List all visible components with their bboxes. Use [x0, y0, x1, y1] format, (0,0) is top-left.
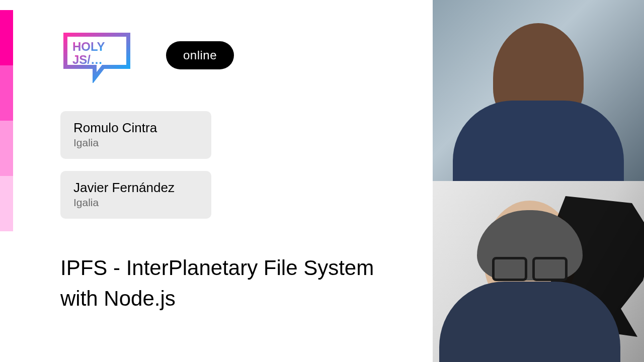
speaker-card: Javier Fernández Igalia — [60, 171, 211, 219]
speaker-photo-2 — [433, 181, 644, 362]
slide: HOLY JS/… online Romulo Cintra Igalia Ja… — [0, 0, 644, 362]
accent-stripe — [0, 176, 13, 231]
speaker-photo-1 — [433, 0, 644, 181]
speaker-name: Romulo Cintra — [73, 120, 198, 136]
accent-stripe — [0, 10, 13, 65]
holyjs-logo: HOLY JS/… — [60, 28, 136, 83]
logo-text-2: JS/… — [72, 53, 103, 66]
online-badge: online — [166, 41, 234, 69]
talk-title: IPFS - InterPlanetary File System with N… — [60, 253, 382, 314]
speaker-card: Romulo Cintra Igalia — [60, 111, 211, 159]
speaker-org: Igalia — [73, 137, 198, 149]
glasses-icon — [492, 257, 568, 277]
accent-bar — [0, 10, 13, 231]
speaker-photos — [433, 0, 644, 362]
header-row: HOLY JS/… online — [60, 28, 403, 83]
accent-stripe — [0, 121, 13, 176]
speaker-name: Javier Fernández — [73, 180, 198, 196]
logo-text-1: HOLY — [72, 40, 105, 53]
accent-stripe — [0, 65, 13, 121]
speaker-org: Igalia — [73, 197, 198, 209]
content-column: HOLY JS/… online Romulo Cintra Igalia Ja… — [60, 28, 403, 314]
